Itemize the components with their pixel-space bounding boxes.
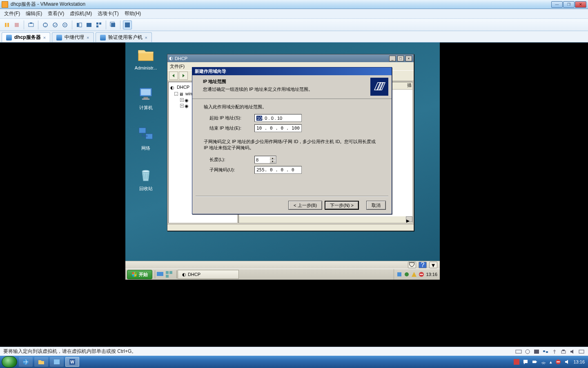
power-on-button[interactable] bbox=[2, 20, 11, 29]
spin-down-button[interactable]: ▼ bbox=[270, 160, 276, 163]
wizard-titlebar[interactable]: 新建作用域向导 bbox=[192, 67, 392, 75]
dhcp-icon: ◐ bbox=[182, 272, 186, 277]
guest-desktop[interactable]: Administr... 计算机 网络 回收站 ◐ DHCP _ □ bbox=[125, 43, 440, 280]
end-ip-input[interactable]: 10 . 0 . 0 . 100 bbox=[254, 124, 302, 132]
status-floppy-icon[interactable] bbox=[533, 349, 540, 355]
tray-flag-icon[interactable] bbox=[514, 359, 519, 365]
options-icon[interactable]: ▾ bbox=[429, 262, 437, 268]
forward-button[interactable] bbox=[179, 72, 188, 80]
vm-icon bbox=[56, 35, 62, 40]
host-clock[interactable]: 13:16 bbox=[573, 359, 585, 364]
tray-blocked-icon[interactable] bbox=[555, 359, 561, 365]
status-printer-icon[interactable] bbox=[560, 349, 567, 355]
guest-start-button[interactable]: 开始 bbox=[127, 270, 152, 279]
security-icon[interactable]: 🛡 bbox=[408, 262, 416, 268]
host-maximize-button[interactable]: ❐ bbox=[563, 1, 575, 8]
tab-label: 验证使用客户机 bbox=[108, 34, 143, 41]
folder-icon bbox=[137, 46, 155, 64]
power-off-button[interactable] bbox=[12, 20, 21, 29]
status-net-icon[interactable] bbox=[542, 349, 549, 355]
snapshot-button[interactable] bbox=[27, 20, 36, 29]
tray-action-icon[interactable] bbox=[523, 359, 528, 365]
taskbar-word[interactable]: W bbox=[65, 357, 79, 367]
taskbar-folder[interactable] bbox=[50, 357, 64, 367]
status-message-icon[interactable] bbox=[578, 349, 585, 355]
tray-volume-icon[interactable] bbox=[564, 359, 570, 365]
desktop-icon-recycle[interactable]: 回收站 bbox=[131, 166, 160, 192]
tray-power-icon[interactable] bbox=[532, 359, 537, 365]
mmc-titlebar[interactable]: ◐ DHCP _ □ × bbox=[167, 54, 414, 62]
back-button[interactable] bbox=[169, 72, 178, 80]
tab-close-icon[interactable]: × bbox=[43, 35, 46, 40]
snapshot-take-button[interactable] bbox=[41, 20, 50, 29]
view-singlewin-button[interactable] bbox=[75, 20, 84, 29]
scroll-right-button[interactable]: ▸ bbox=[406, 216, 412, 222]
quicklaunch-explorer[interactable] bbox=[165, 270, 173, 278]
unity-button[interactable] bbox=[109, 20, 118, 29]
length-input[interactable] bbox=[255, 157, 270, 162]
vm-tab-relay[interactable]: 中继代理 × bbox=[52, 32, 94, 42]
status-disk-icon[interactable] bbox=[515, 349, 522, 355]
menu-help[interactable]: 帮助(H) bbox=[125, 10, 141, 17]
status-cd-icon[interactable] bbox=[524, 349, 531, 355]
start-ip-input[interactable]: 10 . 0 . 0 . 10 bbox=[254, 114, 302, 122]
tray-blocked-icon[interactable] bbox=[419, 272, 424, 277]
tray-chevron-icon[interactable]: ▴ bbox=[550, 359, 552, 365]
expand-icon[interactable]: + bbox=[180, 98, 184, 102]
desktop-icon-administrator[interactable]: Administr... bbox=[131, 46, 160, 70]
quicklaunch-desktop[interactable] bbox=[156, 270, 164, 278]
status-usb-icon[interactable] bbox=[551, 349, 558, 355]
svg-rect-11 bbox=[87, 23, 91, 27]
tab-close-icon[interactable]: × bbox=[145, 35, 147, 40]
svg-rect-4 bbox=[30, 22, 32, 24]
svg-rect-10 bbox=[79, 23, 82, 27]
mmc-close-button[interactable]: × bbox=[405, 56, 412, 61]
status-sound-icon[interactable] bbox=[569, 349, 576, 355]
menu-file[interactable]: 文件(F) bbox=[4, 10, 20, 17]
tray-security-icon[interactable] bbox=[396, 272, 402, 277]
host-minimize-button[interactable]: ― bbox=[551, 1, 563, 8]
tray-network-icon[interactable] bbox=[404, 272, 410, 277]
mmc-menu-file[interactable]: 文件(F) bbox=[170, 63, 185, 70]
length-spinner[interactable]: ▲▼ bbox=[254, 156, 276, 164]
cancel-button[interactable]: 取消 bbox=[366, 201, 386, 210]
vm-tab-client[interactable]: 验证使用客户机 × bbox=[96, 32, 152, 42]
tab-label: dhcp服务器 bbox=[14, 34, 41, 41]
spin-up-button[interactable]: ▲ bbox=[270, 157, 276, 160]
mmc-maximize-button[interactable]: □ bbox=[397, 56, 404, 61]
svg-rect-52 bbox=[536, 361, 537, 362]
snapshot-revert-button[interactable] bbox=[51, 20, 60, 29]
desktop-icon-computer[interactable]: 计算机 bbox=[131, 85, 160, 111]
svg-rect-9 bbox=[77, 23, 79, 27]
tray-updates-icon[interactable] bbox=[411, 272, 417, 277]
snapshot-manager-button[interactable] bbox=[60, 20, 69, 29]
next-button[interactable]: 下一步(N) > bbox=[325, 201, 359, 210]
menu-vm[interactable]: 虚拟机(M) bbox=[70, 10, 92, 17]
vm-tab-dhcp[interactable]: dhcp服务器 × bbox=[2, 32, 50, 42]
mask-input[interactable]: 255. 0 . 0 . 0 bbox=[254, 166, 302, 174]
host-start-button[interactable] bbox=[2, 356, 17, 368]
guest-clock[interactable]: 13:16 bbox=[426, 272, 437, 277]
horizontal-scrollbar[interactable]: ▸ bbox=[239, 216, 412, 223]
back-button[interactable]: < 上一步(B) bbox=[288, 201, 322, 210]
menu-view[interactable]: 查看(V) bbox=[48, 10, 64, 17]
collapse-icon[interactable]: - bbox=[174, 92, 178, 96]
svg-rect-38 bbox=[516, 350, 521, 353]
view-console-button[interactable] bbox=[85, 20, 94, 29]
help-icon[interactable]: ? bbox=[419, 262, 427, 268]
fullscreen-button[interactable] bbox=[123, 20, 132, 29]
menu-edit[interactable]: 编辑(E) bbox=[26, 10, 42, 17]
taskbar-ie[interactable] bbox=[19, 357, 33, 367]
vm-viewport[interactable]: Administr... 计算机 网络 回收站 ◐ DHCP _ □ bbox=[0, 43, 588, 347]
svg-text:W: W bbox=[70, 360, 74, 364]
taskbar-explorer[interactable] bbox=[34, 357, 48, 367]
guest-task-dhcp[interactable]: ◐ DHCP bbox=[178, 270, 239, 279]
tab-close-icon[interactable]: × bbox=[87, 35, 89, 40]
mmc-minimize-button[interactable]: _ bbox=[389, 56, 396, 61]
tray-wifi-icon[interactable] bbox=[541, 359, 546, 365]
host-close-button[interactable]: ✕ bbox=[575, 1, 586, 8]
menu-tabs[interactable]: 选项卡(T) bbox=[98, 10, 118, 17]
view-thumbnail-button[interactable] bbox=[94, 20, 103, 29]
expand-icon[interactable]: + bbox=[180, 104, 184, 108]
desktop-icon-network[interactable]: 网络 bbox=[131, 126, 160, 151]
